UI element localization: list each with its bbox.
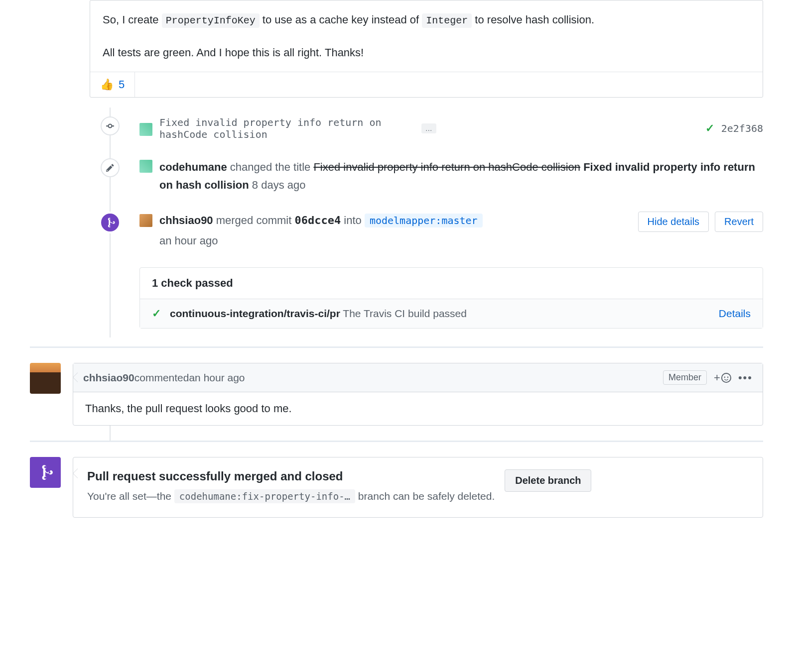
member-badge: Member xyxy=(663,370,707,385)
user-avatar[interactable] xyxy=(139,214,152,227)
merge-event-text: chhsiao90 merged commit 06dcce4 into mod… xyxy=(159,212,631,249)
text: So, I create xyxy=(103,13,162,26)
branch-tag[interactable]: modelmapper:master xyxy=(365,214,483,227)
timeline: Fixed invalid property info return on ha… xyxy=(90,108,763,337)
timestamp[interactable]: an hour ago xyxy=(189,372,245,384)
merge-summary-title: Pull request successfully merged and clo… xyxy=(87,469,495,483)
old-title: Fixed invalid property info return on ha… xyxy=(313,161,580,173)
merge-summary-desc: You're all set—the codehumane:fix-proper… xyxy=(87,487,495,505)
comment-header: chhsiao90 commented an hour ago Member +… xyxy=(73,363,763,392)
divider xyxy=(30,346,763,348)
timeline-line xyxy=(110,426,111,441)
merge-actions: Hide details Revert xyxy=(638,212,763,232)
title-change-text: codehumane changed the title Fixed inval… xyxy=(159,158,763,193)
text: into xyxy=(344,214,365,226)
commit-author-avatar[interactable] xyxy=(139,123,152,136)
merge-summary: Pull request successfully merged and clo… xyxy=(30,457,763,518)
text: changed the title xyxy=(230,161,314,173)
timeline-merge-event: chhsiao90 merged commit 06dcce4 into mod… xyxy=(90,203,763,258)
comment-paragraph: So, I create PropertyInfoKey to use as a… xyxy=(103,10,750,29)
add-reaction-button[interactable]: + xyxy=(714,371,731,384)
user-avatar[interactable] xyxy=(139,160,152,173)
commit-icon xyxy=(101,116,120,135)
comment-card: So, I create PropertyInfoKey to use as a… xyxy=(90,0,763,98)
text: to use as a cache key instead of xyxy=(263,13,422,26)
checks-header: 1 check passed xyxy=(140,268,763,299)
code-inline: PropertyInfoKey xyxy=(162,13,260,28)
git-merge-icon xyxy=(105,217,116,228)
more-actions-button[interactable]: ••• xyxy=(738,371,753,384)
plus-icon: + xyxy=(714,371,720,384)
thumbs-up-icon: 👍 xyxy=(100,78,114,91)
text: branch can be safely deleted. xyxy=(358,490,495,502)
check-description: The Travis CI build passed xyxy=(343,308,467,319)
checks-row: ✓ continuous-integration/travis-ci/pr Th… xyxy=(140,299,763,328)
pencil-icon xyxy=(106,163,115,172)
check-icon: ✓ xyxy=(152,307,161,320)
revert-button[interactable]: Revert xyxy=(715,212,763,232)
reaction-bar: 👍 5 xyxy=(90,72,763,97)
branch-code: codehumane:fix-property-info-… xyxy=(174,489,355,503)
divider xyxy=(30,441,763,442)
comment-paragraph: All tests are green. And I hope this is … xyxy=(103,43,750,62)
comment-block: chhsiao90 commented an hour ago Member +… xyxy=(30,363,763,426)
hide-details-button[interactable]: Hide details xyxy=(638,212,709,232)
git-commit-icon xyxy=(106,121,115,130)
timeline-commit: Fixed invalid property info return on ha… xyxy=(90,108,763,149)
commit-message[interactable]: Fixed invalid property info return on ha… xyxy=(159,116,414,140)
edit-icon-badge xyxy=(101,158,120,177)
username[interactable]: codehumane xyxy=(159,161,227,173)
reaction-thumbs-up[interactable]: 👍 5 xyxy=(90,72,135,97)
smiley-icon xyxy=(721,373,731,383)
text: You're all set—the xyxy=(87,490,174,502)
commit-ellipsis-button[interactable]: … xyxy=(421,123,436,133)
commit-sha[interactable]: 2e2f368 xyxy=(721,122,763,134)
comment-body: So, I create PropertyInfoKey to use as a… xyxy=(90,0,763,72)
check-icon[interactable]: ✓ xyxy=(705,122,714,135)
user-avatar[interactable] xyxy=(30,363,61,394)
git-merge-icon xyxy=(38,464,53,481)
merge-summary-text: Pull request successfully merged and clo… xyxy=(87,469,495,505)
delete-branch-button[interactable]: Delete branch xyxy=(505,469,591,492)
check-name: continuous-integration/travis-ci/pr xyxy=(170,308,340,319)
text: merged commit xyxy=(216,214,295,226)
text: commented xyxy=(134,372,189,384)
timestamp: 8 days ago xyxy=(252,179,306,191)
merge-icon-box xyxy=(30,457,61,488)
commit-row: Fixed invalid property info return on ha… xyxy=(139,116,763,140)
merge-summary-card: Pull request successfully merged and clo… xyxy=(73,457,763,518)
checks-box: 1 check passed ✓ continuous-integration/… xyxy=(139,267,763,329)
username[interactable]: chhsiao90 xyxy=(83,372,134,384)
check-details-link[interactable]: Details xyxy=(719,308,751,320)
merged-icon-badge xyxy=(99,212,121,233)
code-inline: Integer xyxy=(422,13,472,28)
text: to resolve hash collision. xyxy=(475,13,594,26)
comment-body: Thanks, the pull request looks good to m… xyxy=(73,392,763,425)
timeline-title-change: codehumane changed the title Fixed inval… xyxy=(90,149,763,202)
commit-sha[interactable]: 06dcce4 xyxy=(294,214,341,226)
reaction-count: 5 xyxy=(119,78,125,91)
username[interactable]: chhsiao90 xyxy=(159,214,213,226)
timestamp: an hour ago xyxy=(159,232,631,249)
comment-card: chhsiao90 commented an hour ago Member +… xyxy=(73,363,763,426)
